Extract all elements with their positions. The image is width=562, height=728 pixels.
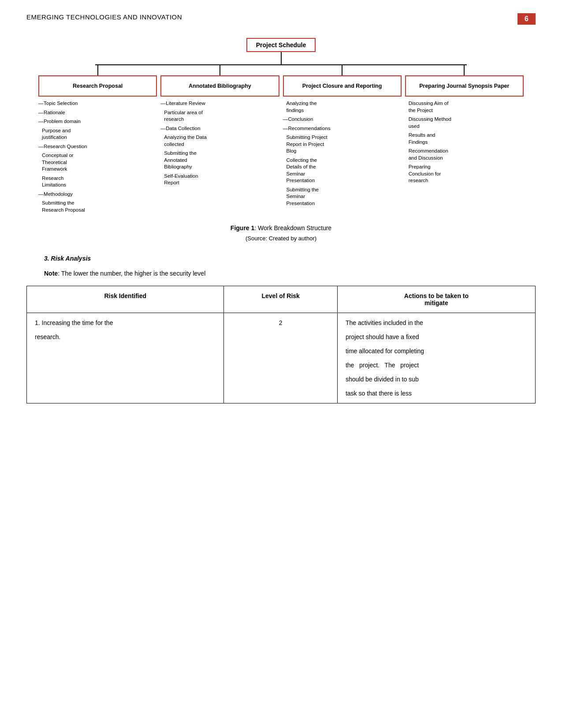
branches-container: Research Proposal Topic Selection Ration… (37, 64, 525, 216)
section-number: 3. (44, 255, 49, 262)
list-item: Data Collection (162, 125, 277, 132)
header-title: EMERGING TECHNOLOGIES AND INNOVATION (26, 13, 182, 21)
actions-line1: The activities included in the (346, 319, 423, 326)
branch-content-2: Literature Review Particular area ofrese… (160, 97, 279, 189)
col-header-actions-line2: mitigate (424, 299, 448, 306)
col-header-level: Level of Risk (224, 286, 337, 313)
branch-line-3 (342, 64, 342, 75)
col-header-actions: Actions to be taken to mitigate (337, 286, 535, 313)
level-cell: 2 (224, 313, 337, 403)
note: Note: The lower the number, the higher i… (26, 270, 536, 277)
list-item: Recommendationand Discussion (407, 148, 522, 161)
branch-annotated-bibliography: Annotated Bibliography Literature Review… (160, 64, 279, 216)
branch-header-3: Project Closure and Reporting (283, 75, 402, 97)
list-item: Literature Review (162, 100, 277, 107)
list-item: Particular area ofresearch (162, 109, 277, 123)
figure-label: Figure 1 (231, 224, 254, 231)
list-item: Submitting theSeminarPresentation (285, 187, 400, 207)
branches-wrapper: Research Proposal Topic Selection Ration… (37, 64, 525, 216)
list-item: Self-EvaluationReport (162, 173, 277, 187)
actions-line3: time allocated for completing (346, 347, 424, 355)
actions-cell: The activities included in the project s… (337, 313, 535, 403)
list-item: PreparingConclusion forresearch (407, 164, 522, 184)
list-item: Submitting theAnnotatedBibliography (162, 150, 277, 171)
risk-text-line1: 1. Increasing the time for the (35, 319, 113, 326)
branch-journal-synopsis: Preparing Journal Synopsis Paper Discuss… (405, 64, 524, 216)
list-item: Topic Selection (40, 100, 155, 107)
list-item: Rationale (40, 109, 155, 116)
section-heading: 3. Risk Analysis (26, 255, 536, 262)
list-item: Analyzing thefindings (285, 100, 400, 114)
list-item: Results andFindings (407, 132, 522, 146)
figure-source: (Source: Created by author) (26, 235, 536, 242)
list-item: Discussing Aim ofthe Project (407, 100, 522, 114)
col-header-risk: Risk Identified (27, 286, 224, 313)
root-vertical-line (281, 52, 282, 64)
col-header-actions-line1: Actions to be taken to (404, 292, 469, 299)
branch-line-4 (464, 64, 465, 75)
branch-content-4: Discussing Aim ofthe Project Discussing … (405, 97, 524, 187)
list-item: Submitting ProjectReport in ProjectBlog (285, 134, 400, 155)
wbs-diagram: Project Schedule Research Proposal Topic… (26, 38, 536, 216)
branch-header-2: Annotated Bibliography (160, 75, 279, 97)
branch-content-1: Topic Selection Rationale Problem domain… (38, 97, 157, 216)
branch-line-1 (97, 64, 98, 75)
note-body: : The lower the number, the higher is th… (58, 270, 205, 277)
list-item: ResearchLimitations (40, 175, 155, 189)
list-item: Research Question (40, 143, 155, 150)
table-header-row: Risk Identified Level of Risk Actions to… (27, 286, 536, 313)
page-header: EMERGING TECHNOLOGIES AND INNOVATION 6 (26, 13, 536, 25)
list-item: Recommendations (285, 125, 400, 132)
actions-line5: should be divided in to sub (346, 376, 419, 383)
page-number: 6 (517, 13, 536, 25)
list-item: Conclusion (285, 116, 400, 123)
branch-research-proposal: Research Proposal Topic Selection Ration… (38, 64, 157, 216)
branch-content-3: Analyzing thefindings Conclusion Recomme… (283, 97, 402, 209)
list-item: Submitting theResearch Proposal (40, 200, 155, 213)
list-item: Analyzing the Datacollected (162, 134, 277, 148)
actions-line6: task so that there is less (346, 390, 412, 397)
risk-cell: 1. Increasing the time for the research. (27, 313, 224, 403)
risk-table: Risk Identified Level of Risk Actions to… (26, 286, 536, 403)
branch-header-4: Preparing Journal Synopsis Paper (405, 75, 524, 97)
note-label: Note (44, 270, 58, 277)
branch-project-closure: Project Closure and Reporting Analyzing … (283, 64, 402, 216)
branch-line-2 (220, 64, 220, 75)
actions-line4: the project. The project (346, 362, 419, 369)
list-item: Conceptual orTheoreticalFramework (40, 152, 155, 173)
section-title: Risk Analysis (51, 255, 91, 262)
branch-header-1: Research Proposal (38, 75, 157, 97)
figure-caption-text: : Work Breakdown Structure (254, 224, 331, 231)
figure-caption: Figure 1: Work Breakdown Structure (26, 224, 536, 231)
list-item: Problem domain (40, 118, 155, 125)
list-item: Purpose andjustification (40, 127, 155, 141)
table-row: 1. Increasing the time for the research.… (27, 313, 536, 403)
wbs-root-node: Project Schedule (246, 38, 316, 52)
list-item: Collecting theDetails of theSeminarPrese… (285, 157, 400, 184)
list-item: Methodology (40, 191, 155, 198)
risk-text-line2: research. (35, 333, 60, 340)
list-item: Discussing Methodused (407, 116, 522, 130)
actions-line2: project should have a fixed (346, 333, 419, 340)
